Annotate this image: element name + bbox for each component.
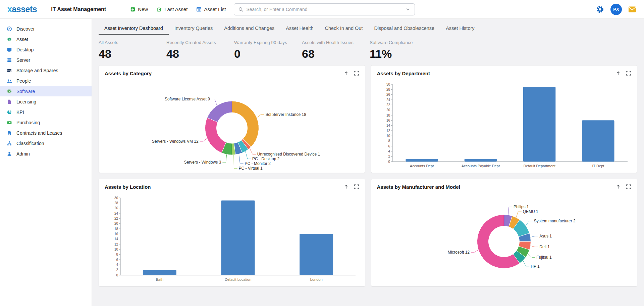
svg-text:0: 0 [388,160,390,164]
svg-text:8: 8 [388,139,390,143]
kpi-value: 0 [234,47,302,60]
expand-fullscreen-icon[interactable] [626,71,631,76]
brand-logo[interactable]: xassets [7,4,37,14]
sidebar-item-label: KPI [16,110,24,115]
tab-check-in-and-out[interactable]: Check In and Out [319,21,369,35]
compass-icon [7,26,12,32]
plus-icon [130,7,136,12]
pie-icon [7,110,12,115]
sidebar-item-classification[interactable]: Classification [0,138,92,148]
kpi-row: All Assets48Recently Created Assets48War… [99,40,637,60]
topbar: xassets IT Asset Management NewLast Asse… [0,0,644,19]
svg-text:IT Dept: IT Dept [592,164,604,168]
mail-icon[interactable] [628,5,637,14]
monitor-icon [7,47,12,52]
card-header-actions [343,71,359,76]
svg-text:Software License Asset 9: Software License Asset 9 [165,97,210,101]
card-title: Assets by Category [105,71,152,76]
settings-gear-icon[interactable] [596,5,604,14]
svg-text:18: 18 [386,114,390,117]
assets-by-category-donut-chart: Sql Server Instance 18Unrecognised Disco… [103,81,361,171]
svg-text:14: 14 [114,237,118,241]
card-title: Assets by Department [377,71,430,76]
person-icon [7,151,12,157]
kpi-warranty-expiring-90-days: Warranty Expiring 90 days0 [234,40,302,60]
card-header-actions [615,184,631,189]
sidebar-item-software[interactable]: Software [0,86,92,96]
svg-text:London: London [310,277,323,281]
sidebar-item-label: Admin [16,151,30,157]
svg-text:22: 22 [386,103,390,107]
export-arrow-up-icon[interactable] [615,184,621,189]
svg-text:18: 18 [114,227,118,231]
tab-bar: Asset Inventory DashboardInventory Queri… [99,19,637,35]
sidebar-item-storage-and-spares[interactable]: Storage and Spares [0,65,92,76]
assets-by-department-bar-chart: 024681012141618202224262830Accounts Dept… [375,81,633,171]
brand-logo-x: x [7,4,12,14]
search-input[interactable] [246,7,402,12]
svg-text:Asus 1: Asus 1 [540,234,552,238]
sidebar-item-people[interactable]: People [0,76,92,86]
asset-list-button[interactable]: Asset List [193,4,229,14]
card-header: Assets by Category [99,65,365,81]
chevron-down-icon[interactable] [405,7,411,12]
tab-asset-health[interactable]: Asset Health [280,21,319,35]
gear-icon [7,89,12,94]
svg-text:Servers - Windows 3: Servers - Windows 3 [184,160,221,165]
expand-fullscreen-icon[interactable] [354,184,359,189]
svg-text:26: 26 [114,206,118,210]
kpi-recently-created-assets: Recently Created Assets48 [166,40,234,60]
svg-text:Unrecognised Discovered Device: Unrecognised Discovered Device 1 [257,152,320,157]
tab-disposal-and-obsolescense[interactable]: Disposal and Obsolescense [368,21,440,35]
kpi-software-compliance: Software Compliance11% [370,40,437,60]
card-header-actions [343,184,359,189]
doc-icon [7,99,12,104]
card-assets-by-manufacturer: Assets by Manufacturer and Model Philips… [371,179,638,287]
svg-text:14: 14 [386,124,390,127]
tab-inventory-queries[interactable]: Inventory Queries [169,21,218,35]
expand-fullscreen-icon[interactable] [354,71,359,76]
sidebar-item-label: People [16,78,31,84]
export-arrow-up-icon[interactable] [615,71,621,76]
svg-text:28: 28 [114,201,118,205]
svg-text:Accounts Payable Dept: Accounts Payable Dept [462,164,500,168]
sidebar-item-admin[interactable]: Admin [0,148,92,159]
kpi-label: Assets with Health Issues [302,40,370,45]
main-content: Asset Inventory DashboardInventory Queri… [92,19,644,306]
sidebar-item-label: Software [16,89,35,94]
new-button[interactable]: New [127,4,151,14]
search-box[interactable] [234,3,415,15]
tab-additions-and-changes[interactable]: Additions and Changes [218,21,280,35]
sidebar-item-purchasing[interactable]: Purchasing [0,117,92,128]
last-asset-button[interactable]: Last Asset [153,4,191,14]
sidebar-item-desktop[interactable]: Desktop [0,44,92,55]
svg-text:QEMU 1: QEMU 1 [523,209,538,214]
svg-text:2: 2 [116,268,118,272]
people-icon [7,78,12,84]
card-assets-by-category: Assets by Category Sql Server Instance 1… [99,65,365,173]
app-title: IT Asset Management [51,6,106,12]
avatar[interactable]: PX [610,4,622,15]
svg-text:Default Department: Default Department [524,164,555,168]
sidebar-item-kpi[interactable]: KPI [0,107,92,117]
expand-fullscreen-icon[interactable] [626,184,631,189]
export-arrow-up-icon[interactable] [343,71,349,76]
button-label: Last Asset [164,6,187,12]
button-label: Asset List [204,6,226,12]
sidebar-item-licensing[interactable]: Licensing [0,96,92,107]
sidebar-item-label: Storage and Spares [16,68,58,73]
card-assets-by-department: Assets by Department 0246810121416182022… [371,65,638,173]
sidebar-item-asset[interactable]: Asset [0,34,92,44]
svg-text:10: 10 [386,134,390,138]
tab-asset-history[interactable]: Asset History [440,21,480,35]
card-header-actions [615,71,631,76]
export-arrow-up-icon[interactable] [343,184,349,189]
tab-asset-inventory-dashboard[interactable]: Asset Inventory Dashboard [99,21,169,35]
svg-text:26: 26 [386,93,390,96]
sidebar-item-contracts-and-leases[interactable]: Contracts and Leases [0,128,92,138]
app-root: xassets IT Asset Management NewLast Asse… [0,0,644,306]
svg-text:28: 28 [386,88,390,91]
sidebar-item-discover[interactable]: Discover [0,24,92,34]
kpi-label: Warranty Expiring 90 days [234,40,302,45]
sidebar-item-server[interactable]: Server [0,55,92,65]
